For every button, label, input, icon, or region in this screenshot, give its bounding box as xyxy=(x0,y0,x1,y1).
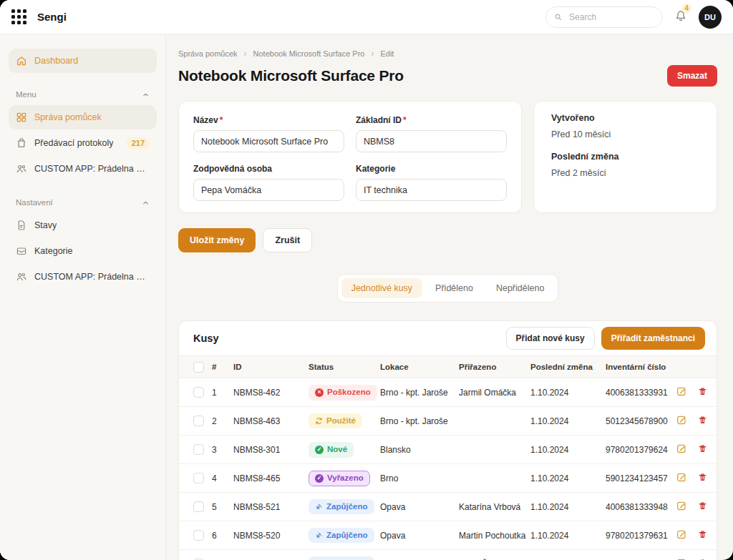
row-checkbox[interactable] xyxy=(193,501,204,512)
row-assignee xyxy=(459,464,530,493)
status-badge: ×Poškozeno xyxy=(309,385,377,401)
edit-button[interactable] xyxy=(674,499,689,514)
edit-button[interactable] xyxy=(674,442,689,457)
row-checkbox[interactable] xyxy=(193,387,204,398)
row-number: 7 xyxy=(212,550,233,560)
row-id: NBMS8-301 xyxy=(233,436,309,464)
breadcrumb-item[interactable]: Správa pomůcek xyxy=(178,49,238,58)
status-badge: Zapůjčeno xyxy=(309,499,374,515)
row-inventory: 5901234123457 xyxy=(606,464,674,493)
topbar: Sengi 4 DU xyxy=(0,0,733,34)
breadcrumb-separator: › xyxy=(244,49,247,59)
save-button[interactable]: Uložit změny xyxy=(178,228,256,252)
chevron-up-icon xyxy=(142,199,150,207)
table-row: 6NBMS8-520ZapůjčenoOpavaMartin Pochoutka… xyxy=(179,521,717,550)
tab-prideleno[interactable]: Přiděleno xyxy=(425,278,483,298)
drawer-icon xyxy=(16,245,27,257)
items-table: # ID Status Lokace Přiřazeno Poslední zm… xyxy=(179,355,717,560)
select-all-checkbox[interactable] xyxy=(193,362,204,373)
transfer-arrow-icon xyxy=(315,503,323,511)
breadcrumb-item[interactable]: Notebook Microsoft Surface Pro xyxy=(253,49,365,58)
breadcrumb-item-current: Edit xyxy=(380,49,394,58)
edit-button[interactable] xyxy=(674,413,689,428)
row-number: 1 xyxy=(212,378,233,407)
row-checkbox[interactable] xyxy=(193,530,204,541)
delete-button[interactable] xyxy=(695,529,710,543)
avatar[interactable]: DU xyxy=(699,6,722,29)
sidebar-item-predavaci-protokoly[interactable]: Předávací protokoly 217 xyxy=(9,131,157,155)
column-header-posledni-zmena: Poslední změna xyxy=(530,356,606,378)
row-assignee xyxy=(459,407,530,436)
refresh-icon xyxy=(315,417,323,425)
meta-card: Vytvořeno Před 10 měsíci Poslední změna … xyxy=(533,101,717,213)
status-badge: Zapůjčeno xyxy=(309,528,374,544)
status-badge: Zapůjčeno xyxy=(309,556,374,560)
row-number: 4 xyxy=(212,464,233,493)
nazev-input[interactable] xyxy=(193,130,344,152)
delete-button[interactable] xyxy=(695,500,710,514)
transfer-arrow-icon xyxy=(315,531,323,539)
column-header-num: # xyxy=(212,356,233,378)
column-header-actions xyxy=(674,356,717,378)
table-row: 5NBMS8-521ZapůjčenoOpavaKatarína Vrbová1… xyxy=(179,493,717,521)
edit-button[interactable] xyxy=(674,556,689,560)
delete-button[interactable] xyxy=(695,557,710,560)
bag-icon xyxy=(16,137,27,149)
row-modified: 1.10.2024 xyxy=(530,436,606,464)
add-items-button[interactable]: Přidat nové kusy xyxy=(506,327,595,350)
cancel-button[interactable]: Zrušit xyxy=(263,228,312,252)
edit-icon xyxy=(676,529,686,539)
trash-icon xyxy=(698,444,707,453)
sidebar-item-stavy[interactable]: Stavy xyxy=(9,213,157,237)
edit-icon xyxy=(676,443,686,453)
delete-button[interactable]: Smazat xyxy=(667,65,717,87)
column-header-status: Status xyxy=(309,356,380,378)
row-checkbox[interactable] xyxy=(193,416,204,426)
trash-icon xyxy=(698,530,707,539)
row-number: 5 xyxy=(212,493,233,521)
column-header-prirazeno: Přiřazeno xyxy=(459,356,530,378)
row-location: Blansko xyxy=(380,436,459,464)
apps-grid-icon[interactable] xyxy=(11,9,26,24)
modified-value: Před 2 měsíci xyxy=(551,168,699,178)
table-row: 2NBMS8-463PoužitéBrno - kpt. Jaroše1.10.… xyxy=(179,407,717,436)
row-location: Praha xyxy=(380,550,459,560)
row-modified: 1.10.2024 xyxy=(530,464,606,493)
main-content: Správa pomůcek › Notebook Microsoft Surf… xyxy=(166,34,733,560)
edit-button[interactable] xyxy=(674,528,689,543)
notifications-button[interactable]: 4 xyxy=(674,9,687,25)
assign-employee-button[interactable]: Přiřadit zaměstnanci xyxy=(601,327,705,350)
zakladni-id-input[interactable] xyxy=(356,130,507,152)
search-box[interactable] xyxy=(545,6,663,28)
sidebar: Dashboard Menu Správa pomůcek Předávací … xyxy=(0,34,166,560)
sidebar-section-nastaveni[interactable]: Nastavení xyxy=(16,198,150,207)
breadcrumb: Správa pomůcek › Notebook Microsoft Surf… xyxy=(178,49,717,59)
trash-icon xyxy=(698,416,707,425)
sidebar-item-custom-app-menu[interactable]: CUSTOM APP: Prádelna OOPP xyxy=(9,157,157,181)
brand: Sengi xyxy=(11,9,67,24)
table-row: 4NBMS8-465✓VyřazenoBrno1.10.202459012341… xyxy=(179,464,717,493)
delete-button[interactable] xyxy=(695,385,710,400)
row-inventory: 4006381333931 xyxy=(606,378,674,407)
row-inventory: 5012345678900 xyxy=(606,407,674,436)
sidebar-item-sprava-pomucek[interactable]: Správa pomůcek xyxy=(9,105,157,129)
status-badge: ✓Vyřazeno xyxy=(309,471,370,486)
kategorie-input[interactable] xyxy=(356,179,507,201)
tab-jednotlive-kusy[interactable]: Jednotlivé kusy xyxy=(341,278,422,298)
row-checkbox[interactable] xyxy=(193,473,204,483)
edit-button[interactable] xyxy=(674,471,689,486)
sidebar-item-custom-app-nastaveni[interactable]: CUSTOM APP: Prádelna OOPP xyxy=(9,265,157,289)
delete-button[interactable] xyxy=(695,443,710,457)
edit-button[interactable] xyxy=(674,385,689,400)
delete-button[interactable] xyxy=(695,471,710,486)
sidebar-item-kategorie[interactable]: Kategorie xyxy=(9,239,157,263)
delete-button[interactable] xyxy=(695,414,710,428)
row-modified: 1.10.2024 xyxy=(530,550,606,560)
row-checkbox[interactable] xyxy=(193,444,204,455)
search-input[interactable] xyxy=(568,11,654,23)
sidebar-section-menu[interactable]: Menu xyxy=(16,90,150,99)
chevron-up-icon xyxy=(142,91,150,99)
sidebar-item-dashboard[interactable]: Dashboard xyxy=(9,49,157,73)
tab-neprideleno[interactable]: Nepřiděleno xyxy=(486,278,554,298)
zodpovedna-osoba-input[interactable] xyxy=(193,179,344,201)
